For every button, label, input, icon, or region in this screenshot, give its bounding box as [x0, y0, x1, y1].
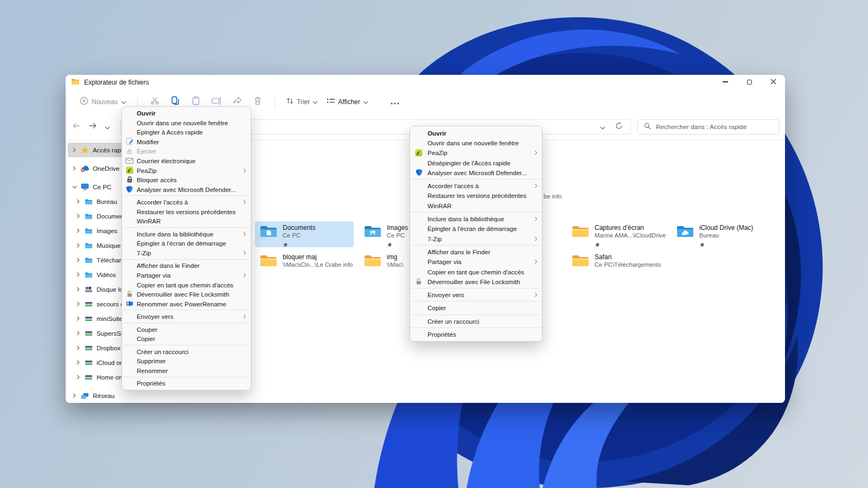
context-menu-left-item-epingler-a-l-ecran-de-demarrage[interactable]: Épingler à l'écran de démarrage	[122, 239, 251, 248]
minimize-icon	[723, 81, 728, 82]
file-tile-text: Captures d'écranMarine AMA...\iCloudDriv…	[595, 224, 666, 245]
sidebar-item-label: Réseau	[93, 392, 114, 399]
refresh-icon[interactable]	[615, 122, 623, 132]
context-menu-left-item-renommer[interactable]: Renommer	[122, 366, 251, 376]
context-menu-left-item-ouvrir[interactable]: Ouvrir	[122, 108, 251, 118]
menu-item-label: Copier	[137, 335, 239, 342]
context-menu-left-item-copier-en-tant-que-chemin-d-acces[interactable]: Copier en tant que chemin d'accès	[122, 280, 251, 290]
search-input[interactable]: Rechercher dans : Accès rapide	[637, 119, 780, 134]
context-menu-right-item-peazip[interactable]: PeaZip	[410, 148, 542, 158]
context-menu-left-item-renommer-avec-powerrename[interactable]: Renommer avec PowerRename	[122, 299, 251, 309]
sidebar-item-label: Vidéos	[97, 271, 116, 278]
menu-item-label: Renommer	[137, 367, 239, 374]
context-menu-left-item-envoyer-vers[interactable]: Envoyer vers	[122, 312, 251, 322]
file-tile-icloud-drive-mac[interactable]: iCloud Drive (Mac)Bureau	[672, 221, 776, 247]
chevron-right-icon[interactable]	[76, 199, 81, 204]
context-menu-left-item-deverrouiller-avec-file-locksmith[interactable]: Déverrouiller avec File Locksmith	[122, 290, 251, 299]
new-button[interactable]: Nouveau	[75, 94, 131, 109]
menu-item-label: Copier	[427, 304, 530, 311]
context-menu-right-item-creer-un-raccourci[interactable]: Créer un raccourci	[410, 316, 542, 326]
chevron-right-icon[interactable]	[76, 331, 81, 336]
context-menu-left-item-peazip[interactable]: PeaZip	[122, 165, 251, 175]
context-menu-left-item-couper[interactable]: Couper	[122, 324, 251, 334]
address-dropdown-icon[interactable]	[600, 122, 605, 132]
context-menu-right-item-partager-via[interactable]: Partager via	[410, 257, 542, 267]
chevron-right-icon[interactable]	[76, 287, 81, 292]
context-menu-left-item-supprimer[interactable]: Supprimer	[122, 356, 251, 366]
context-menu-right-separator	[411, 314, 541, 315]
context-menu-left-item-restaurer-les-versions-precedentes[interactable]: Restaurer les versions précédentes	[122, 207, 251, 216]
context-menu-left-item-creer-un-raccourci[interactable]: Créer un raccourci	[122, 347, 251, 357]
context-menu-right-separator	[411, 301, 541, 301]
context-menu-right-item-restaurer-les-versions-precedentes[interactable]: Restaurer les versions précédentes	[410, 191, 542, 201]
context-menu-right-item-inclure-dans-la-bibliotheque[interactable]: Inclure dans la bibliothèque	[410, 214, 542, 223]
context-menu-left-item-proprietes[interactable]: Propriétés	[122, 378, 251, 388]
context-menu-right-item-envoyer-vers[interactable]: Envoyer vers	[410, 290, 542, 299]
context-menu-left-item-bloquer-acces[interactable]: Bloquer accès	[122, 175, 251, 185]
sort-button[interactable]: Trier	[282, 95, 322, 108]
sidebar-item-reseau[interactable]: Réseau	[68, 388, 190, 403]
file-path: Marine AMA...\iCloudDrive	[595, 232, 666, 239]
chevron-down-icon[interactable]	[72, 185, 77, 189]
context-menu-left-item-modifier[interactable]: Modifier	[122, 137, 251, 147]
sidebar-item-label: miniSuite	[97, 315, 123, 322]
context-menu-left-item-epingler-a-acces-rapide[interactable]: Épingler à Accès rapide	[122, 127, 251, 137]
recent-locations-button[interactable]	[105, 122, 110, 132]
chevron-right-icon[interactable]	[72, 147, 77, 152]
file-tile-documents[interactable]: DocumentsCe PC	[255, 221, 354, 247]
context-menu-left-item-courrier-electronique[interactable]: Courrier électronique	[122, 156, 251, 166]
submenu-arrow-icon	[530, 183, 538, 188]
chevron-right-icon[interactable]	[76, 214, 81, 219]
file-name: iCloud Drive (Mac)	[699, 224, 753, 232]
context-menu-right-item-proprietes[interactable]: Propriétés	[410, 329, 542, 339]
context-menu-left-item-copier[interactable]: Copier	[122, 334, 251, 344]
context-menu-right-separator	[411, 212, 541, 213]
context-menu-right-item-7-zip[interactable]: 7-Zip	[410, 234, 542, 243]
chevron-right-icon[interactable]	[72, 393, 77, 398]
context-menu-left-item-inclure-dans-la-bibliotheque[interactable]: Inclure dans la bibliothèque	[122, 229, 251, 239]
file-name: img	[387, 253, 403, 261]
context-menu-right-item-copier[interactable]: Copier	[410, 303, 542, 313]
forward-button[interactable]	[88, 122, 97, 132]
chevron-right-icon[interactable]	[76, 258, 81, 262]
back-button[interactable]	[72, 122, 81, 132]
delete-button[interactable]	[247, 94, 268, 110]
minimize-button[interactable]	[713, 75, 737, 89]
chevron-right-icon[interactable]	[76, 360, 81, 365]
context-menu-left-item-accorder-l-acces-a[interactable]: Accorder l'accès à	[122, 197, 251, 207]
context-menu-left-item-analyser-avec-microsoft-defender[interactable]: Analyser avec Microsoft Defender...	[122, 184, 251, 194]
pin-icon	[699, 240, 753, 250]
context-menu-left-item-afficher-dans-le-finder[interactable]: Afficher dans le Finder	[122, 261, 251, 271]
more-options-button[interactable]	[385, 94, 405, 110]
powerrename-icon	[122, 300, 137, 307]
context-menu-right-item-epingler-a-l-ecran-de-demarrage[interactable]: Épingler à l'écran de démarrage	[410, 224, 542, 234]
maximize-button[interactable]	[737, 75, 761, 89]
chevron-right-icon[interactable]	[76, 375, 81, 380]
chevron-right-icon[interactable]	[76, 316, 81, 321]
chevron-right-icon[interactable]	[72, 166, 77, 171]
context-menu-right-item-ouvrir[interactable]: Ouvrir	[410, 128, 542, 138]
context-menu-right-item-analyser-avec-microsoft-defender[interactable]: Analyser avec Microsoft Defender...	[410, 168, 542, 177]
context-menu-right-item-desepingler-de-l-acces-rapide[interactable]: Désépingler de l'Accès rapide	[410, 158, 542, 168]
context-menu-left-item-winrar[interactable]: WinRAR	[122, 216, 251, 226]
file-tile-bloquer-maj[interactable]: bloquer maj\\Mac\iClo...\Le Crabe info	[255, 251, 354, 277]
context-menu-right-item-afficher-dans-le-finder[interactable]: Afficher dans le Finder	[410, 247, 542, 256]
close-button[interactable]	[761, 75, 785, 89]
context-menu-right-item-winrar[interactable]: WinRAR	[410, 201, 542, 210]
file-tile-captures-d-ecran[interactable]: Captures d'écranMarine AMA...\iCloudDriv…	[567, 221, 673, 247]
chevron-right-icon[interactable]	[76, 345, 81, 350]
context-menu-right-item-copier-en-tant-que-chemin-d-acces[interactable]: Copier en tant que chemin d'accès	[410, 267, 542, 277]
context-menu-left-item-ouvrir-dans-une-nouvelle-fenetre[interactable]: Ouvrir dans une nouvelle fenêtre	[122, 118, 251, 128]
context-menu-right-item-ouvrir-dans-une-nouvelle-fenetre[interactable]: Ouvrir dans une nouvelle fenêtre	[410, 138, 542, 147]
context-menu-left-item-partager-via[interactable]: Partager via	[122, 271, 251, 280]
chevron-right-icon[interactable]	[76, 272, 81, 277]
view-button[interactable]: Afficher	[322, 95, 372, 108]
context-menu-left-item-7-zip[interactable]: 7-Zip	[122, 248, 251, 258]
file-tile-safari[interactable]: SafariCe PC\Téléchargements	[567, 251, 673, 277]
chevron-right-icon[interactable]	[76, 228, 81, 233]
context-menu-right-item-deverrouiller-avec-file-locksmith[interactable]: Déverrouiller avec File Locksmith	[410, 277, 542, 286]
chevron-right-icon[interactable]	[76, 243, 81, 248]
context-menu-left-item-ejecter[interactable]: Éjecter	[122, 146, 251, 156]
chevron-right-icon[interactable]	[76, 301, 81, 306]
context-menu-right-item-accorder-l-acces-a[interactable]: Accorder l'accès à	[410, 181, 542, 190]
